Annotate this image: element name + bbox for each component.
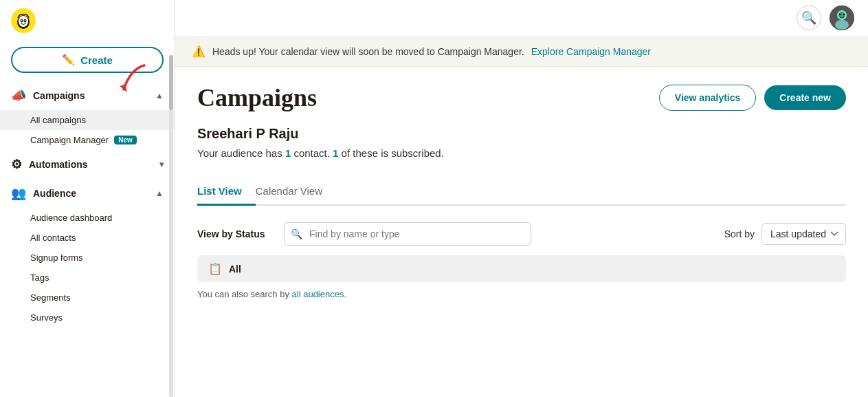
page-title: Campaigns (197, 83, 317, 112)
svg-point-12 (839, 14, 841, 15)
svg-point-5 (21, 20, 23, 21)
search-icon: 🔍 (801, 10, 816, 25)
sidebar-item-campaign-manager[interactable]: Campaign Manager New (0, 130, 175, 150)
header-actions: View analytics Create new (659, 85, 846, 111)
all-filter-label: All (229, 264, 241, 275)
svg-point-10 (835, 20, 849, 30)
create-button[interactable]: ✏️ Create (11, 47, 164, 73)
sort-select[interactable]: Last updated Name Date created (761, 223, 846, 245)
chevron-up-icon: ▲ (155, 91, 164, 100)
view-tabs: List View Calendar View (197, 178, 846, 206)
top-bar: 🔍 (175, 0, 868, 36)
sidebar-item-automations[interactable]: ⚙ Automations ▾ (0, 150, 175, 179)
sidebar-item-all-contacts[interactable]: All contacts (0, 228, 175, 248)
all-filter-icon: 📋 (208, 262, 222, 275)
all-filter-row[interactable]: 📋 All (197, 255, 846, 282)
svg-point-2 (19, 16, 28, 27)
mailchimp-logo (11, 8, 36, 33)
avatar[interactable] (830, 6, 854, 30)
search-wrapper: 🔍 (284, 222, 531, 246)
automations-icon: ⚙ (11, 157, 22, 172)
audience-icon: 👥 (11, 186, 26, 201)
search-hint: You can also search by all audiences. (197, 289, 846, 299)
tab-calendar-view[interactable]: Calendar View (256, 178, 336, 206)
svg-point-6 (25, 20, 26, 21)
chevron-up-icon-audience: ▲ (155, 189, 164, 198)
search-input[interactable] (284, 222, 531, 246)
page-header: Campaigns View analytics Create new (197, 83, 846, 112)
search-input-icon: 🔍 (291, 228, 302, 239)
sidebar-item-campaigns[interactable]: 📣 Campaigns ▲ (0, 81, 175, 110)
page-content: Campaigns View analytics Create new Sree… (175, 67, 868, 397)
filter-bar: View by Status 🔍 Sort by Last updated Na… (197, 222, 846, 246)
notice-text: Heads up! Your calendar view will soon b… (212, 46, 524, 57)
audience-info: Your audience has 1 contact. 1 of these … (197, 147, 846, 159)
sidebar-item-signup-forms[interactable]: Signup forms (0, 248, 175, 268)
sort-label: Sort by (724, 228, 755, 239)
global-search-button[interactable]: 🔍 (797, 6, 821, 30)
sidebar-item-audience-dashboard[interactable]: Audience dashboard (0, 208, 175, 228)
all-audiences-link[interactable]: all audiences (292, 289, 344, 299)
campaigns-icon: 📣 (11, 88, 26, 103)
user-name: Sreehari P Raju (197, 126, 846, 142)
notice-banner: ⚠️ Heads up! Your calendar view will soo… (175, 36, 868, 67)
tab-list-view[interactable]: List View (197, 178, 256, 206)
nav-section: 📣 Campaigns ▲ All campaigns Campaign Man… (0, 78, 175, 330)
sidebar-item-surveys[interactable]: Surveys (0, 308, 175, 328)
main-content: 🔍 ⚠️ Heads up! Your calendar view will s… (175, 0, 868, 397)
sidebar-scrollbar[interactable] (169, 55, 173, 397)
sidebar-item-all-campaigns[interactable]: All campaigns (0, 110, 175, 130)
contact-count: 1 (285, 147, 291, 159)
sidebar-item-tags[interactable]: Tags (0, 268, 175, 288)
pencil-icon: ✏️ (62, 54, 75, 66)
create-new-button[interactable]: Create new (764, 85, 846, 110)
sort-section: Sort by Last updated Name Date created (724, 223, 846, 245)
warning-icon: ⚠️ (192, 45, 205, 58)
sidebar: ✏️ Create 📣 Campaigns ▲ All campaigns Ca… (0, 0, 175, 397)
svg-point-13 (843, 14, 845, 15)
filter-label: View by Status (197, 228, 273, 239)
sidebar-scrollbar-thumb (169, 55, 173, 110)
new-badge: New (114, 136, 137, 144)
view-analytics-button[interactable]: View analytics (659, 85, 756, 111)
sidebar-item-audience[interactable]: 👥 Audience ▲ (0, 179, 175, 208)
notice-link[interactable]: Explore Campaign Manager (531, 46, 651, 57)
chevron-down-icon: ▾ (159, 160, 164, 169)
sidebar-header (0, 0, 175, 41)
sidebar-item-segments[interactable]: Segments (0, 288, 175, 308)
